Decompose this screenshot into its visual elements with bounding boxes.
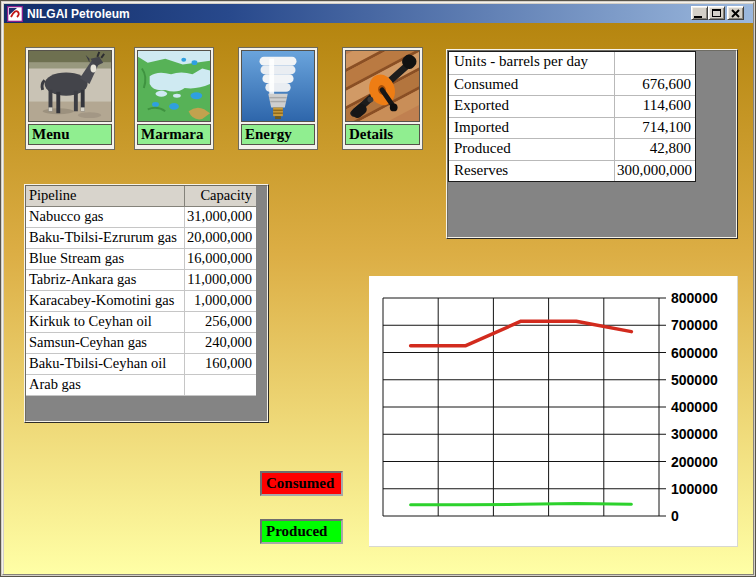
pipeline-capacity-cell: 1,000,000	[185, 291, 256, 311]
pipeline-table[interactable]: PipelineCapacityNabucco gas31,000,000Bak…	[26, 186, 256, 396]
pipeline-row: Karacabey-Komotini gas1,000,000	[26, 291, 256, 312]
pipeline-capacity-cell: 31,000,000	[185, 207, 256, 227]
form-background: Menu	[4, 23, 754, 575]
nav-tile-energy[interactable]: Energy	[238, 47, 318, 150]
pipeline-name-cell: Kirkuk to Ceyhan oil	[26, 312, 185, 332]
pipeline-name-cell: Samsun-Ceyhan gas	[26, 333, 185, 353]
minimize-icon	[694, 16, 702, 18]
stats-header-row: Units - barrels per day	[449, 52, 695, 74]
cfl-bulb-image	[241, 50, 315, 122]
stats-row-value: 676,600	[614, 75, 695, 96]
y-axis-label: 100000	[671, 481, 718, 497]
stats-row-label: Consumed	[449, 75, 614, 96]
pipeline-header-row: PipelineCapacity	[26, 186, 256, 207]
hand-drill-image	[345, 50, 420, 122]
pipeline-row: Blue Stream gas16,000,000	[26, 249, 256, 270]
stats-row-value: 114,600	[614, 96, 695, 117]
pipeline-name-cell: Tabriz-Ankara gas	[26, 270, 185, 290]
stats-row: Produced42,800	[449, 138, 695, 160]
stats-header-label: Units - barrels per day	[449, 52, 614, 74]
production-chart: 8000007000006000005000004000003000002000…	[369, 276, 737, 546]
pipeline-row: Arab gas	[26, 375, 256, 396]
pipeline-capacity-cell	[185, 375, 256, 395]
stats-row-label: Reserves	[449, 161, 614, 182]
nilgai-antelope-image	[28, 50, 112, 122]
stats-row-label: Imported	[449, 118, 614, 139]
marmara-map-image	[137, 50, 211, 122]
pipeline-row: Nabucco gas31,000,000	[26, 207, 256, 228]
minimize-button[interactable]	[691, 6, 708, 20]
pipeline-row: Samsun-Ceyhan gas240,000	[26, 333, 256, 354]
close-button[interactable]	[727, 6, 744, 20]
y-axis-label: 600000	[671, 345, 718, 361]
nav-tile-menu-label: Menu	[28, 124, 112, 145]
y-axis-label: 500000	[671, 372, 718, 388]
pipeline-name-cell: Baku-Tbilsi-Ezrurum gas	[26, 228, 185, 248]
application-window: NILGAI Petroleum	[0, 0, 756, 577]
nav-tile-energy-label: Energy	[241, 124, 315, 145]
pipeline-header-capacity: Capacity	[185, 186, 256, 206]
stats-row-label: Produced	[449, 139, 614, 160]
title-bar[interactable]: NILGAI Petroleum	[4, 4, 754, 23]
stats-row: Exported114,600	[449, 95, 695, 117]
nav-tile-details[interactable]: Details	[342, 47, 423, 150]
stats-row: Consumed676,600	[449, 74, 695, 96]
stats-row-value	[614, 52, 695, 74]
pipeline-capacity-cell: 160,000	[185, 354, 256, 374]
pipeline-row: Kirkuk to Ceyhan oil256,000	[26, 312, 256, 333]
nav-tile-marmara-label: Marmara	[137, 124, 211, 145]
pipeline-row: Baku-Tbilsi-Ceyhan oil160,000	[26, 354, 256, 375]
pipeline-capacity-cell: 16,000,000	[185, 249, 256, 269]
nav-tile-details-label: Details	[345, 124, 420, 145]
stats-row: Reserves300,000,000	[449, 160, 695, 182]
stats-table[interactable]: Units - barrels per dayConsumed676,600Ex…	[448, 51, 696, 182]
stats-row-label: Exported	[449, 96, 614, 117]
legend-consumed-button[interactable]: Consumed	[260, 471, 343, 496]
nav-tile-marmara[interactable]: Marmara	[134, 47, 214, 150]
stats-row-value: 300,000,000	[614, 161, 695, 182]
chart-panel: 8000007000006000005000004000003000002000…	[369, 276, 738, 547]
y-axis-label: 200000	[671, 454, 718, 470]
y-axis-label: 300000	[671, 426, 718, 442]
pipeline-name-cell: Nabucco gas	[26, 207, 185, 227]
maximize-icon	[712, 9, 721, 17]
pipeline-panel: PipelineCapacityNabucco gas31,000,000Bak…	[24, 184, 269, 423]
window-title: NILGAI Petroleum	[27, 7, 130, 21]
stats-row: Imported714,100	[449, 117, 695, 139]
app-icon	[7, 6, 23, 22]
maximize-button[interactable]	[708, 6, 725, 20]
stats-row-value: 42,800	[614, 139, 695, 160]
produced-line	[411, 503, 632, 504]
pipeline-name-cell: Arab gas	[26, 375, 185, 395]
legend-produced-button[interactable]: Produced	[260, 519, 343, 544]
close-icon	[731, 9, 740, 18]
pipeline-name-cell: Blue Stream gas	[26, 249, 185, 269]
stats-panel-surface: Units - barrels per dayConsumed676,600Ex…	[447, 50, 737, 238]
y-axis-label: 0	[671, 508, 679, 524]
nav-tile-menu[interactable]: Menu	[25, 47, 115, 150]
stats-row-value: 714,100	[614, 118, 695, 139]
pipeline-capacity-cell: 20,000,000	[185, 228, 256, 248]
y-axis-label: 800000	[671, 290, 718, 306]
stats-panel: Units - barrels per dayConsumed676,600Ex…	[446, 49, 738, 239]
y-axis-label: 700000	[671, 317, 718, 333]
pipeline-capacity-cell: 256,000	[185, 312, 256, 332]
pipeline-panel-surface: PipelineCapacityNabucco gas31,000,000Bak…	[25, 185, 268, 422]
y-axis-label: 400000	[671, 399, 718, 415]
pipeline-capacity-cell: 11,000,000	[185, 270, 256, 290]
pipeline-name-cell: Baku-Tbilsi-Ceyhan oil	[26, 354, 185, 374]
pipeline-name-cell: Karacabey-Komotini gas	[26, 291, 185, 311]
pipeline-header-pipeline: Pipeline	[26, 186, 185, 206]
pipeline-row: Baku-Tbilsi-Ezrurum gas20,000,000	[26, 228, 256, 249]
pipeline-capacity-cell: 240,000	[185, 333, 256, 353]
pipeline-row: Tabriz-Ankara gas11,000,000	[26, 270, 256, 291]
